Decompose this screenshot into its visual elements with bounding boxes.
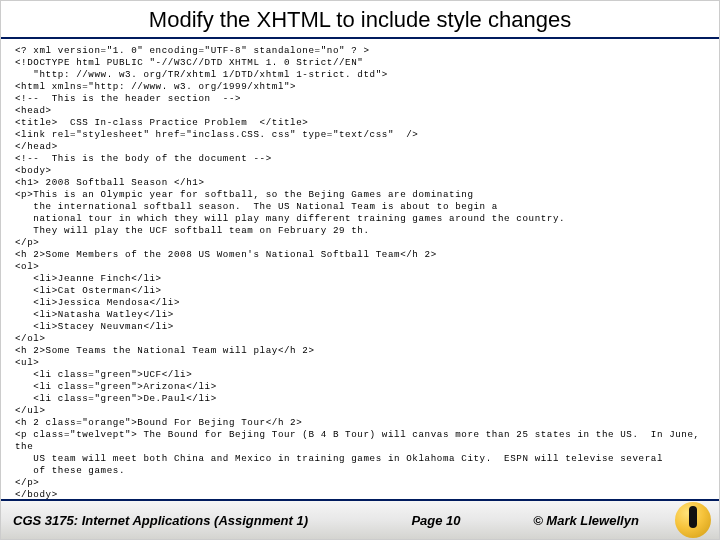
footer-course-label: CGS 3175: Internet Applications (Assignm…: [1, 513, 371, 528]
code-area: <? xml version="1. 0" encoding="UTF-8" s…: [1, 39, 719, 501]
xhtml-code-listing: <? xml version="1. 0" encoding="UTF-8" s…: [15, 45, 705, 501]
slide-title: Modify the XHTML to include style change…: [1, 1, 719, 39]
footer-page-number: Page 10: [371, 513, 501, 528]
slide: Modify the XHTML to include style change…: [0, 0, 720, 540]
slide-footer: CGS 3175: Internet Applications (Assignm…: [1, 499, 719, 539]
ucf-logo-icon: [675, 502, 711, 538]
footer-copyright: © Mark Llewellyn: [501, 513, 671, 528]
